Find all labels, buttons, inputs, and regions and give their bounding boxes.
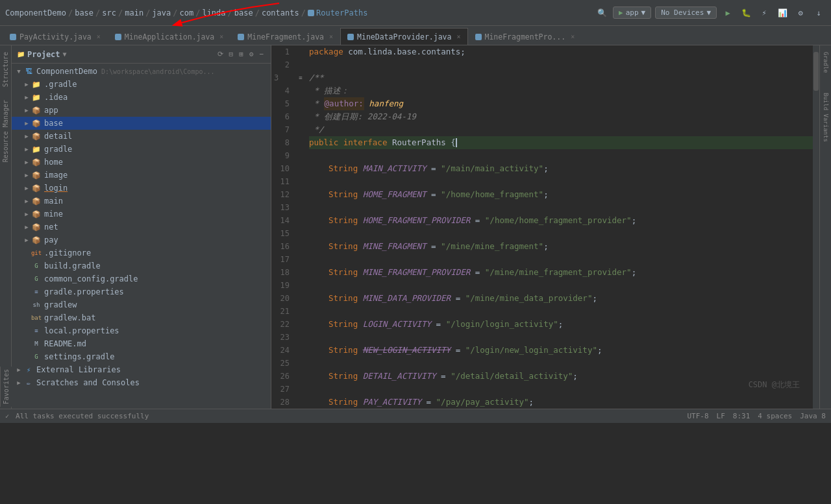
- item-app-label: app: [44, 106, 58, 115]
- tree-item-mine[interactable]: ▶ 📦 mine: [12, 208, 271, 221]
- breadcrumb-java[interactable]: java: [152, 8, 171, 18]
- breadcrumb-base2[interactable]: base: [234, 8, 253, 18]
- tree-item-gradlewbat[interactable]: ▶ bat gradlew.bat: [12, 311, 271, 324]
- root-path: D:\workspace\android\Compo...: [101, 68, 215, 75]
- tree-item-pay[interactable]: ▶ 📦 pay: [12, 234, 271, 246]
- structure-label[interactable]: Structure: [2, 52, 9, 87]
- favorites-label[interactable]: Favorites: [0, 366, 12, 407]
- ln-24: 24: [274, 344, 290, 357]
- code-line-12: String HOME_FRAGMENT = "/home/home_fragm…: [309, 188, 813, 201]
- breadcrumb-routerpaths: RouterPaths: [316, 8, 367, 18]
- resource-manager-label[interactable]: Resource Manager: [2, 100, 9, 162]
- update-icon[interactable]: ↓: [812, 6, 826, 20]
- minimize-icon[interactable]: −: [257, 49, 266, 59]
- tree-item-scratches[interactable]: ▶ ✏ Scratches and Consoles: [12, 376, 271, 389]
- tree-item-image[interactable]: ▶ 📦 image: [12, 169, 271, 182]
- right-label-2[interactable]: Build Variants: [823, 93, 829, 142]
- ln-16: 16: [274, 240, 290, 253]
- tree-item-localprops[interactable]: ▶ ≡ local.properties: [12, 324, 271, 337]
- props-icon: ≡: [31, 287, 42, 297]
- code-line-26: String DETAIL_ACTIVITY = "/detail/detail…: [309, 370, 813, 383]
- debug-button[interactable]: 🐛: [739, 6, 753, 20]
- sync-icon[interactable]: ⟳: [216, 49, 225, 59]
- tree-item-login[interactable]: ▶ 📦 login: [12, 182, 271, 195]
- tree-item-readme[interactable]: ▶ M README.md: [12, 337, 271, 350]
- tree-item-gitignore[interactable]: ▶ git .gitignore: [12, 246, 271, 259]
- tree-item-buildgradle[interactable]: ▶ G build.gradle: [12, 259, 271, 272]
- run-config[interactable]: ▶ app ▼: [613, 6, 651, 19]
- tree-item-gradle-folder[interactable]: ▶ 📁 .gradle: [12, 78, 271, 91]
- item-main-label: main: [44, 197, 63, 206]
- ln-8: 8: [274, 136, 290, 149]
- breadcrumb-componentdemo[interactable]: ComponentDemo: [5, 8, 66, 18]
- tab-minefragment-close[interactable]: ×: [329, 33, 333, 40]
- tree-item-app[interactable]: ▶ 📦 app: [12, 104, 271, 117]
- gradle-icon: G: [31, 261, 42, 271]
- tree-item-base[interactable]: ▶ 📦 base: [12, 117, 271, 130]
- item-gitignore-label: .gitignore: [44, 248, 91, 258]
- collapse-icon[interactable]: ⊟: [227, 49, 236, 59]
- gear-icon[interactable]: ⚙: [247, 49, 256, 59]
- tree-item-home[interactable]: ▶ 📦 home: [12, 156, 271, 169]
- code-line-19: [309, 279, 813, 292]
- code-line-4: * 描述：: [309, 84, 813, 97]
- folder-icon: 📁: [17, 51, 25, 58]
- breadcrumb-main[interactable]: main: [125, 8, 143, 18]
- tree-item-settingsgradle[interactable]: ▶ G settings.gradle: [12, 350, 271, 363]
- libs-icon: ⚡: [23, 365, 34, 375]
- code-lines[interactable]: package com.linda.base.contants; /** * 描…: [306, 45, 813, 409]
- tree-item-main[interactable]: ▶ 📦 main: [12, 195, 271, 208]
- tab-minefragment[interactable]: MineFragment.java ×: [230, 28, 340, 45]
- right-label-1[interactable]: Gradle: [823, 52, 829, 73]
- item-gradlewbat-label: gradlew.bat: [44, 313, 95, 322]
- tab-mineapplication[interactable]: MineApplication.java ×: [108, 28, 231, 45]
- tree-item-gradleprops[interactable]: ▶ ≡ gradle.properties: [12, 285, 271, 298]
- scrollbar-vertical[interactable]: [813, 45, 819, 409]
- tree-item-idea[interactable]: ▶ 📁 .idea: [12, 91, 271, 104]
- breadcrumb-src[interactable]: src: [102, 8, 116, 18]
- tab-minedataprovider-close[interactable]: ×: [456, 33, 460, 40]
- ln-12: 12: [274, 188, 290, 201]
- scrollbar-thumb[interactable]: [813, 52, 819, 91]
- item-login-label: login: [44, 184, 68, 193]
- code-line-23: [309, 331, 813, 344]
- ln-25: 25: [274, 357, 290, 370]
- status-line-sep: LF: [717, 412, 725, 420]
- run-button[interactable]: ▶: [721, 6, 735, 20]
- chevron-down-icon[interactable]: ▼: [63, 51, 67, 58]
- tree-item-net[interactable]: ▶ 📦 net: [12, 221, 271, 234]
- tree-item-commonconfig[interactable]: ▶ G common_config.gradle: [12, 272, 271, 285]
- tab-minefragmentpro-close[interactable]: ×: [571, 33, 575, 40]
- tab-payactivity-close[interactable]: ×: [97, 33, 101, 40]
- breadcrumb-contants[interactable]: contants: [262, 8, 299, 18]
- status-encoding: UTF-8: [687, 412, 708, 420]
- breadcrumb-com[interactable]: com: [180, 8, 194, 18]
- tree-root[interactable]: ▼ 🏗 ComponentDemo D:\workspace\android\C…: [12, 65, 271, 78]
- module-icon-detail: 📦: [31, 131, 42, 141]
- expand-icon[interactable]: ⊞: [237, 49, 245, 59]
- tab-payactivity[interactable]: PayActivity.java ×: [3, 28, 108, 45]
- git-icon: git: [31, 248, 42, 258]
- breadcrumb-base[interactable]: base: [75, 8, 93, 18]
- gutter-3: ≡: [295, 71, 306, 84]
- breadcrumb-linda[interactable]: linda: [202, 8, 225, 18]
- tab-mineapplication-close[interactable]: ×: [219, 33, 223, 40]
- devices-button[interactable]: No Devices ▼: [655, 6, 717, 19]
- code-line-17: [309, 253, 813, 266]
- tree-item-gradlew[interactable]: ▶ sh gradlew: [12, 298, 271, 311]
- profile-button[interactable]: 📊: [775, 6, 789, 20]
- ln-2: 2: [274, 58, 290, 71]
- settings-icon[interactable]: ⚙: [793, 6, 808, 20]
- tree-item-gradle-dir[interactable]: ▶ 📁 gradle: [12, 143, 271, 156]
- status-indent: 4 spaces: [758, 412, 792, 420]
- tab-minefragmentpro[interactable]: MineFragmentPro... ×: [468, 28, 582, 45]
- tab-minedataprovider[interactable]: MineDataProvider.java ×: [340, 28, 467, 45]
- gradle-icon2: G: [31, 274, 42, 284]
- code-editor[interactable]: 1 2 3 4 5 6 7 8 9 10 11 12 13 14 15: [271, 45, 819, 409]
- tab-mineapplication-label: MineApplication.java: [125, 32, 214, 42]
- code-content[interactable]: 1 2 3 4 5 6 7 8 9 10 11 12 13 14 15: [271, 45, 819, 409]
- tree-item-detail[interactable]: ▶ 📦 detail: [12, 130, 271, 143]
- coverage-button[interactable]: ⚡: [757, 6, 771, 20]
- tree-item-extlibs[interactable]: ▶ ⚡ External Libraries: [12, 363, 271, 376]
- search-icon[interactable]: 🔍: [595, 6, 609, 20]
